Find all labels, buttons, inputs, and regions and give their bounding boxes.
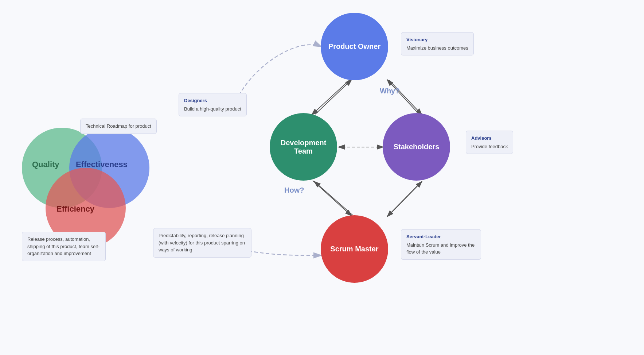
svg-line-7 [313, 181, 352, 216]
svg-line-10 [387, 182, 421, 217]
why-label: Why? [380, 87, 399, 95]
technical-roadmap-note: Technical Roadmap for product [80, 119, 157, 134]
scrum-master-circle: Scrum Master [321, 215, 388, 283]
product-owner-circle: Product Owner [321, 13, 388, 80]
svg-line-8 [314, 181, 353, 215]
stakeholders-circle: Stakeholders [383, 113, 450, 181]
svg-line-5 [387, 80, 419, 114]
servant-leader-note: Servant-Leader Maintain Scrum and improv… [401, 229, 481, 260]
svg-line-4 [389, 80, 422, 115]
release-process-note: Release process, automation, shipping of… [22, 232, 106, 261]
predictability-note: Predictability, reporting, release plann… [153, 228, 251, 258]
svg-line-3 [315, 80, 352, 114]
advisors-note: Advisors Provide feedback [466, 131, 513, 154]
visionary-note: Visionary Maximize business outcomes [401, 32, 474, 55]
svg-line-2 [312, 80, 349, 115]
diagram-container: Quality Effectiveness Efficiency Technic… [0, 0, 644, 355]
development-team-circle: Development Team [270, 113, 337, 181]
designers-note: Designers Build a high-quality product [179, 93, 247, 116]
svg-line-9 [388, 181, 422, 216]
how-label: How? [284, 186, 304, 194]
